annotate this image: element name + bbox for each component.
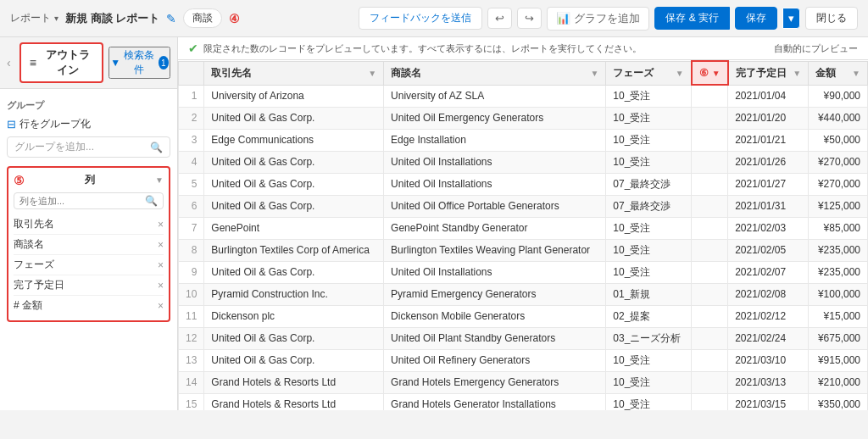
add-group-input[interactable]: グループを追加... 🔍 bbox=[7, 136, 170, 158]
cell-phase: 10_受注 bbox=[606, 217, 692, 239]
save-run-button[interactable]: 保存 & 実行 bbox=[654, 7, 730, 30]
table-row: 4 United Oil & Gas Corp. United Oil Inst… bbox=[179, 151, 868, 173]
cell-deal: United Oil Office Portable Generators bbox=[384, 195, 606, 217]
cell-account: Burlington Textiles Corp of America bbox=[204, 239, 384, 261]
cell-deal: United Oil Installations bbox=[384, 151, 606, 173]
table-row: 15 Grand Hotels & Resorts Ltd Grand Hote… bbox=[179, 393, 868, 410]
close-button[interactable]: 閉じる bbox=[805, 7, 858, 30]
cell-duedate: 2021/01/21 bbox=[728, 129, 809, 151]
table-row: 8 Burlington Textiles Corp of America Bu… bbox=[179, 239, 868, 261]
cell-duedate: 2021/03/15 bbox=[728, 393, 809, 410]
cell-num: 8 bbox=[179, 239, 204, 261]
cell-circle6 bbox=[692, 283, 728, 305]
filter-icon: ▼ bbox=[110, 57, 120, 69]
sidebar-toggle-icon[interactable]: ‹ bbox=[7, 56, 11, 69]
col-header-duedate[interactable]: 完了予定日 ▼ bbox=[728, 61, 809, 85]
cell-phase: 10_受注 bbox=[606, 239, 692, 261]
feedback-button[interactable]: フィードバックを送信 bbox=[359, 7, 482, 30]
save-button[interactable]: 保存 bbox=[735, 7, 777, 30]
sort-circle6-icon[interactable]: ▼ bbox=[712, 69, 721, 78]
cell-duedate: 2021/02/03 bbox=[728, 217, 809, 239]
columns-sort-icon: ▼ bbox=[155, 175, 164, 185]
check-icon: ✔ bbox=[188, 42, 198, 55]
outline-button[interactable]: ≡ アウトライン bbox=[19, 42, 104, 83]
filter-button[interactable]: ▼ 検索条件 1 bbox=[108, 47, 170, 79]
cell-num: 12 bbox=[179, 327, 204, 349]
cell-phase: 03_ニーズ分析 bbox=[606, 327, 692, 349]
cell-circle6 bbox=[692, 173, 728, 195]
cell-circle6 bbox=[692, 151, 728, 173]
cell-deal: Burlington Textiles Weaving Plant Genera… bbox=[384, 239, 606, 261]
pencil-icon[interactable]: ✎ bbox=[166, 12, 176, 25]
col-header-phase[interactable]: フェーズ ▼ bbox=[606, 61, 692, 85]
cell-account: United Oil & Gas Corp. bbox=[204, 151, 384, 173]
remove-amount-icon[interactable]: × bbox=[158, 300, 164, 312]
cell-num: 11 bbox=[179, 305, 204, 327]
cell-circle6 bbox=[692, 239, 728, 261]
cell-phase: 07_最終交渉 bbox=[606, 195, 692, 217]
circle6-label: ⑥ bbox=[699, 67, 709, 79]
col-header-circle6[interactable]: ⑥ ▼ bbox=[692, 61, 728, 85]
cell-circle6 bbox=[692, 349, 728, 371]
cell-account: Edge Communications bbox=[204, 129, 384, 151]
remove-deal-icon[interactable]: × bbox=[158, 239, 164, 251]
cell-deal: United Oil Refinery Generators bbox=[384, 349, 606, 371]
table-row: 9 United Oil & Gas Corp. United Oil Inst… bbox=[179, 261, 868, 283]
sidebar: ‹ ≡ アウトライン ▼ 検索条件 1 グループ ⊟ 行をグループ化 グループを… bbox=[0, 37, 178, 410]
cell-duedate: 2021/02/05 bbox=[728, 239, 809, 261]
cell-duedate: 2021/03/13 bbox=[728, 371, 809, 393]
cell-circle6 bbox=[692, 107, 728, 129]
cell-phase: 10_受注 bbox=[606, 393, 692, 410]
cell-deal: United Oil Installations bbox=[384, 173, 606, 195]
cell-num: 6 bbox=[179, 195, 204, 217]
column-item-phase: フェーズ × bbox=[14, 255, 164, 275]
cell-phase: 10_受注 bbox=[606, 107, 692, 129]
cell-account: University of Arizona bbox=[204, 85, 384, 107]
col-header-account[interactable]: 取引先名 ▼ bbox=[204, 61, 384, 85]
table-row: 12 United Oil & Gas Corp. United Oil Pla… bbox=[179, 327, 868, 349]
sort-account-icon: ▼ bbox=[368, 69, 376, 78]
cell-phase: 10_受注 bbox=[606, 129, 692, 151]
cell-deal: Grand Hotels Generator Installations bbox=[384, 393, 606, 410]
auto-preview-label: 自動的にプレビュー bbox=[774, 42, 858, 55]
add-graph-button[interactable]: 📊 グラフを追加 bbox=[547, 7, 649, 31]
circle5-label: ⑤ bbox=[14, 174, 25, 187]
remove-phase-icon[interactable]: × bbox=[158, 259, 164, 271]
graph-icon: 📊 bbox=[556, 12, 570, 25]
preview-info-text: 限定された数のレコードをプレビューしています。すべて表示するには、レポートを実行… bbox=[203, 42, 642, 55]
table-row: 3 Edge Communications Edge Installation … bbox=[179, 129, 868, 151]
cell-num: 14 bbox=[179, 371, 204, 393]
cell-num: 9 bbox=[179, 261, 204, 283]
cell-deal: Grand Hotels Emergency Generators bbox=[384, 371, 606, 393]
cell-num: 4 bbox=[179, 151, 204, 173]
cell-circle6 bbox=[692, 327, 728, 349]
report-type-badge: 商談 bbox=[183, 8, 222, 28]
cell-circle6 bbox=[692, 371, 728, 393]
save-arrow-button[interactable]: ▾ bbox=[782, 8, 800, 29]
cell-circle6 bbox=[692, 129, 728, 151]
column-search-icon: 🔍 bbox=[145, 195, 158, 207]
sort-amount-icon: ▼ bbox=[852, 69, 860, 78]
undo-button[interactable]: ↩ bbox=[487, 8, 512, 29]
cell-phase: 02_提案 bbox=[606, 305, 692, 327]
sort-deal-icon: ▼ bbox=[590, 69, 598, 78]
add-column-search[interactable]: 🔍 bbox=[14, 192, 164, 209]
cell-amount: ¥210,000 bbox=[809, 371, 868, 393]
column-item-duedate: 完了予定日 × bbox=[14, 275, 164, 296]
cell-duedate: 2021/01/20 bbox=[728, 107, 809, 129]
remove-duedate-icon[interactable]: × bbox=[158, 280, 164, 292]
redo-button[interactable]: ↪ bbox=[517, 8, 542, 29]
remove-account-icon[interactable]: × bbox=[158, 219, 164, 231]
cell-phase: 10_受注 bbox=[606, 349, 692, 371]
cell-duedate: 2021/03/10 bbox=[728, 349, 809, 371]
col-header-amount[interactable]: 金額 ▼ bbox=[809, 61, 868, 85]
table-row: 11 Dickenson plc Dickenson Mobile Genera… bbox=[179, 305, 868, 327]
cell-num: 13 bbox=[179, 349, 204, 371]
add-column-input[interactable] bbox=[19, 196, 145, 206]
table-row: 5 United Oil & Gas Corp. United Oil Inst… bbox=[179, 173, 868, 195]
cell-amount: ¥15,000 bbox=[809, 305, 868, 327]
report-label: レポート bbox=[10, 11, 51, 25]
cell-num: 5 bbox=[179, 173, 204, 195]
report-dropdown[interactable]: レポート ▾ bbox=[10, 11, 58, 25]
col-header-deal[interactable]: 商談名 ▼ bbox=[384, 61, 606, 85]
